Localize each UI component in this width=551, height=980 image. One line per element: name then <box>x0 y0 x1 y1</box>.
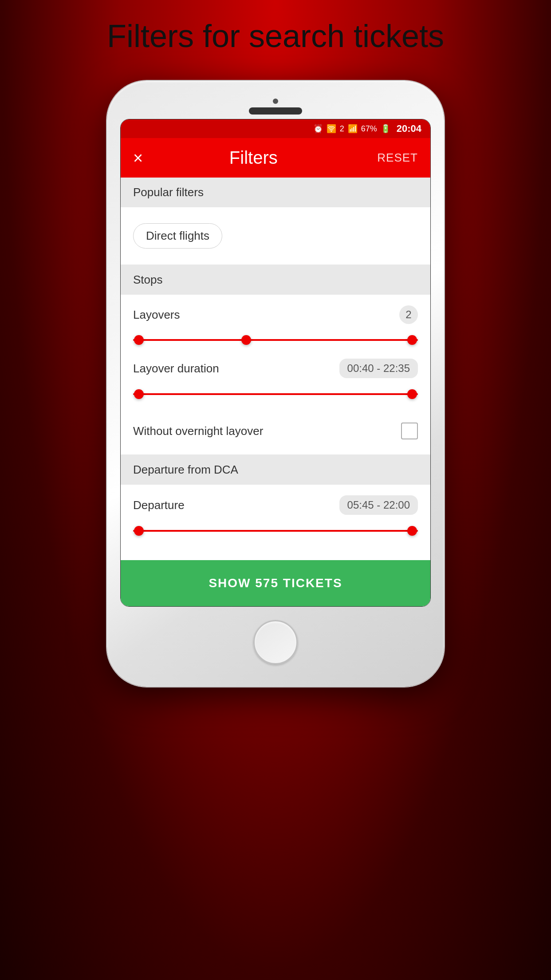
departure-time-label: Departure <box>133 498 185 512</box>
app-header: × Filters RESET <box>121 138 430 178</box>
phone-shell: ⏰ 🛜 2 📶 67% 🔋 20:04 × Filters RESET Popu… <box>107 81 444 687</box>
front-camera <box>273 99 278 104</box>
speaker-bar <box>249 107 302 115</box>
slider-dot-right-2[interactable] <box>407 389 417 399</box>
slider-track-bg-1 <box>133 339 418 341</box>
wifi-icon: 🛜 <box>327 124 336 134</box>
departure-content: Departure 05:45 - 22:00 <box>121 485 430 560</box>
layover-duration-label: Layover duration <box>133 362 219 375</box>
overnight-layover-checkbox[interactable] <box>401 423 418 439</box>
slider-dot-right-3[interactable] <box>407 526 417 536</box>
departure-label: Departure from DCA <box>133 463 238 476</box>
page-title: Filters for search tickets <box>107 18 444 54</box>
phone-screen: ⏰ 🛜 2 📶 67% 🔋 20:04 × Filters RESET Popu… <box>120 119 431 607</box>
layovers-slider[interactable] <box>133 332 418 348</box>
stops-header: Stops <box>121 265 430 295</box>
home-button[interactable] <box>253 620 298 664</box>
layovers-row: Layovers 2 <box>133 305 418 324</box>
layovers-label: Layovers <box>133 308 180 322</box>
slider-dot-left-3[interactable] <box>134 526 144 536</box>
show-tickets-button[interactable]: SHOW 575 TICKETS <box>121 560 430 606</box>
status-bar: ⏰ 🛜 2 📶 67% 🔋 20:04 <box>121 119 430 138</box>
stops-label: Stops <box>133 273 163 286</box>
overnight-layover-row: Without overnight layover <box>133 413 418 444</box>
direct-flights-chip[interactable]: Direct flights <box>133 223 222 249</box>
slider-track-bg-3 <box>133 530 418 532</box>
popular-filters-label: Popular filters <box>133 186 204 199</box>
battery-icon: 🔋 <box>381 124 390 134</box>
popular-filters-header: Popular filters <box>121 178 430 207</box>
slider-track-bg-2 <box>133 393 418 395</box>
screen-content: Popular filters Direct flights Stops Lay… <box>121 178 430 606</box>
sim2-icon: 2 <box>340 124 344 134</box>
status-time: 20:04 <box>397 123 421 134</box>
slider-dot-right-1[interactable] <box>407 335 417 345</box>
slider-dot-left-2[interactable] <box>134 389 144 399</box>
phone-top <box>120 94 431 115</box>
header-title: Filters <box>130 148 377 168</box>
departure-row: Departure 05:45 - 22:00 <box>133 495 418 515</box>
layover-duration-value: 00:40 - 22:35 <box>339 359 418 378</box>
departure-slider[interactable] <box>133 523 418 539</box>
show-tickets-label: SHOW 575 TICKETS <box>209 576 342 590</box>
alarm-icon: ⏰ <box>313 124 323 134</box>
slider-dot-left-1[interactable] <box>134 335 144 345</box>
layover-duration-slider[interactable] <box>133 386 418 402</box>
status-icons: ⏰ 🛜 2 📶 67% 🔋 20:04 <box>313 123 421 134</box>
overnight-layover-label: Without overnight layover <box>133 424 263 438</box>
signal-icon: 📶 <box>348 124 358 134</box>
chip-container: Direct flights <box>133 220 418 252</box>
departure-header: Departure from DCA <box>121 455 430 485</box>
layover-duration-row: Layover duration 00:40 - 22:35 <box>133 359 418 378</box>
reset-button[interactable]: RESET <box>377 151 418 165</box>
phone-bottom <box>120 607 431 673</box>
battery-percent: 67% <box>361 124 377 134</box>
layovers-value: 2 <box>399 305 418 324</box>
stops-content: Layovers 2 Layover duration 00:40 - 22:3… <box>121 295 430 454</box>
departure-time-value: 05:45 - 22:00 <box>339 495 418 515</box>
popular-filters-area: Direct flights <box>121 207 430 265</box>
slider-dot-mid-1[interactable] <box>241 335 251 345</box>
